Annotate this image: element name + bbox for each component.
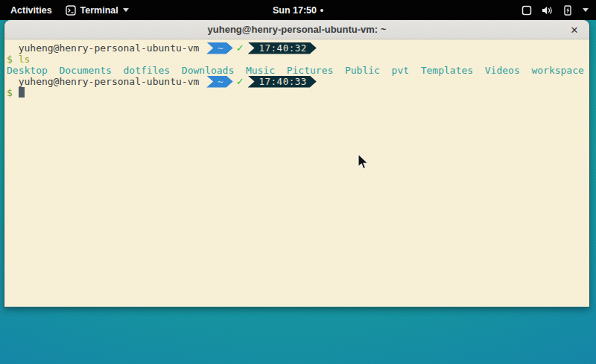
prompt-line: yuheng@henry-personal-ubuntu-vm ~ ✓ 17:4… xyxy=(7,42,587,54)
battery-charging-icon xyxy=(562,4,573,16)
prompt-symbol: $ xyxy=(7,54,19,65)
activities-button[interactable]: Activities xyxy=(7,4,55,17)
chevron-down-icon xyxy=(123,8,129,12)
prompt-time-segment: 17:40:33 xyxy=(248,76,317,88)
clock-label: Sun 17:50 xyxy=(273,5,317,16)
prompt-user: yuheng@henry-personal-ubuntu-vm xyxy=(7,76,205,87)
command-line: $ ls xyxy=(7,54,587,65)
terminal-app-icon xyxy=(66,5,76,16)
status-check-icon: ✓ xyxy=(236,42,244,54)
terminal-content[interactable]: yuheng@henry-personal-ubuntu-vm ~ ✓ 17:4… xyxy=(4,39,589,307)
status-check-icon: ✓ xyxy=(236,76,244,87)
prompt-symbol: $ xyxy=(7,87,19,98)
volume-icon xyxy=(542,5,553,16)
prompt-path-segment: ~ xyxy=(206,76,233,88)
system-menu-chevron-icon xyxy=(583,8,589,12)
desktop: { "topbar": { "activities_label": "Activ… xyxy=(0,0,596,364)
current-prompt-line: $ xyxy=(7,87,587,98)
terminal-window: yuheng@henry-personal-ubuntu-vm: ~ ✕ yuh… xyxy=(4,20,589,307)
top-bar: Activities Terminal Sun 17:50 xyxy=(0,0,596,20)
close-icon[interactable]: ✕ xyxy=(567,20,582,39)
system-status-area[interactable] xyxy=(522,4,596,16)
window-titlebar[interactable]: yuheng@henry-personal-ubuntu-vm: ~ ✕ xyxy=(4,20,589,39)
prompt-line: yuheng@henry-personal-ubuntu-vm ~ ✓ 17:4… xyxy=(7,76,587,87)
clock-button[interactable]: Sun 17:50 xyxy=(273,5,323,16)
network-wired-icon xyxy=(522,5,532,16)
ls-output-line: Desktop Documents dotfiles Downloads Mus… xyxy=(7,65,587,76)
app-menu[interactable]: Terminal xyxy=(66,5,129,16)
notification-dot-icon xyxy=(320,9,323,12)
app-menu-label: Terminal xyxy=(80,5,118,16)
top-bar-left: Activities Terminal xyxy=(0,4,129,17)
window-title: yuheng@henry-personal-ubuntu-vm: ~ xyxy=(208,24,387,35)
prompt-user: yuheng@henry-personal-ubuntu-vm xyxy=(7,42,205,54)
prompt-path-segment: ~ xyxy=(206,42,233,54)
prompt-time-segment: 17:40:32 xyxy=(248,42,317,54)
typed-command: ls xyxy=(19,54,31,65)
terminal-cursor xyxy=(19,87,25,98)
